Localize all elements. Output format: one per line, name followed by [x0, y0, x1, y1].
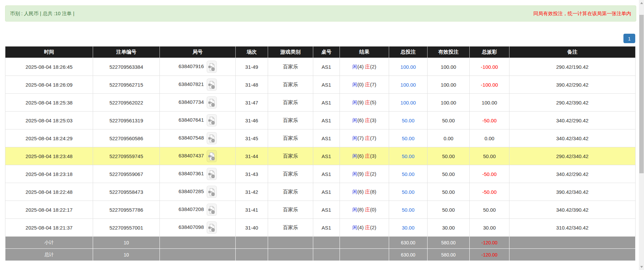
round-cell: 638407098	[160, 219, 236, 237]
round-cell: 638407208	[160, 201, 236, 219]
session-cell: 31-41	[236, 201, 268, 219]
video-replay-icon[interactable]	[207, 96, 217, 109]
video-replay-icon[interactable]	[207, 150, 217, 162]
total-bet-cell: 50.00	[389, 147, 428, 165]
round-id: 638407208	[178, 206, 204, 212]
round-id: 638407916	[178, 63, 204, 69]
total-bet-link[interactable]: 50.00	[402, 207, 415, 213]
result-cell: 闲(7) 庄(7)	[340, 129, 389, 147]
total-bet-cell: 100.00	[389, 58, 428, 76]
currency-summary-text: 币别 : 人民币 | 总共 :10 注单 |	[10, 10, 74, 17]
total-bet-link[interactable]: 100.00	[401, 100, 416, 106]
result-player-points: (0)	[357, 82, 363, 87]
summary-row: 小计 10 630.00 580.00 -120.00	[5, 237, 636, 249]
result-banker-points: (3)	[370, 153, 376, 159]
total-bet-link[interactable]: 100.00	[401, 64, 416, 70]
remark-cell: 340.42/290.42	[509, 165, 636, 183]
time-cell: 2025-08-04 18:26:09	[5, 76, 93, 94]
game-type-cell: 百家乐	[268, 58, 313, 76]
total-bet-cell: 100.00	[389, 94, 428, 112]
result-banker-points: (7)	[370, 82, 376, 87]
pagination: 1	[623, 34, 635, 43]
video-replay-icon[interactable]	[207, 186, 217, 198]
table-no-cell: AS1	[313, 76, 340, 94]
round-cell: 638407548	[160, 129, 236, 147]
vertical-scrollbar[interactable]	[639, 0, 644, 270]
result-player-label: 闲	[352, 64, 357, 69]
result-player-label: 闲	[352, 224, 357, 230]
result-banker-label: 庄	[365, 224, 370, 230]
scrollbar-up-arrow-icon[interactable]	[640, 2, 643, 4]
total-bet-link[interactable]: 50.00	[402, 189, 415, 195]
round-id: 638407821	[178, 81, 204, 87]
column-header: 总派彩	[470, 47, 509, 58]
bet-id-cell: 522709557786	[93, 201, 160, 219]
summary-payout-cell: -120.00	[470, 249, 509, 261]
result-player-points: (9)	[357, 171, 363, 177]
total-bet-cell: 50.00	[389, 183, 428, 201]
total-bet-link[interactable]: 30.00	[402, 225, 415, 231]
valid-bet-cell: 0.00	[428, 129, 470, 147]
table-no-cell: AS1	[313, 129, 340, 147]
result-player-points: (6)	[357, 117, 363, 123]
notice-bar: 币别 : 人民币 | 总共 :10 注单 | 同局有效投注，统一计算在该局第一张…	[5, 5, 636, 22]
result-banker-label: 庄	[365, 153, 370, 159]
game-type-cell: 百家乐	[268, 112, 313, 129]
time-cell: 2025-08-04 18:23:48	[5, 147, 93, 165]
video-replay-icon[interactable]	[207, 168, 217, 180]
result-cell: 闲(6) 庄(8)	[340, 183, 389, 201]
time-cell: 2025-08-04 18:26:45	[5, 58, 93, 76]
video-replay-icon[interactable]	[207, 79, 217, 91]
valid-bet-cell: 50.00	[428, 183, 470, 201]
time-cell: 2025-08-04 18:25:38	[5, 94, 93, 112]
time-cell: 2025-08-04 18:22:48	[5, 183, 93, 201]
round-cell: 638407916	[160, 58, 236, 76]
round-id: 638407548	[178, 135, 204, 141]
result-player-label: 闲	[352, 153, 357, 159]
time-cell: 2025-08-04 18:22:17	[5, 201, 93, 219]
payout-cell: -50.00	[470, 112, 509, 129]
video-replay-icon[interactable]	[207, 132, 217, 144]
remark-cell: 340.42/290.42	[509, 112, 636, 129]
remark-cell: 340.42/390.42	[509, 201, 636, 219]
pagination-page-1-button[interactable]: 1	[623, 34, 635, 43]
result-banker-points: (2)	[370, 224, 376, 230]
session-cell: 31-42	[236, 183, 268, 201]
round-id: 638407285	[178, 188, 204, 194]
total-bet-link[interactable]: 50.00	[402, 153, 415, 159]
table-row: 2025-08-04 18:23:18 522709559067 6384073…	[5, 165, 636, 183]
total-bet-link[interactable]: 50.00	[402, 118, 415, 123]
valid-bet-cell: 50.00	[428, 165, 470, 183]
video-replay-icon[interactable]	[207, 221, 217, 234]
summary-payout-cell: -120.00	[470, 237, 509, 249]
scrollbar-down-arrow-icon[interactable]	[640, 266, 643, 268]
video-replay-icon[interactable]	[207, 204, 217, 216]
total-bet-link[interactable]: 50.00	[402, 136, 415, 141]
summary-label-cell: 总计	[5, 249, 93, 261]
round-cell: 638407437	[160, 147, 236, 165]
result-cell: 闲(6) 庄(3)	[340, 147, 389, 165]
round-id: 638407437	[178, 153, 204, 158]
column-header: 结果	[340, 47, 389, 58]
video-replay-icon[interactable]	[207, 61, 217, 73]
remark-cell: 310.42/340.42	[509, 219, 636, 237]
video-replay-icon[interactable]	[207, 114, 217, 126]
table-no-cell: AS1	[313, 94, 340, 112]
payout-cell: -50.00	[470, 165, 509, 183]
round-id: 638407098	[178, 224, 204, 230]
total-bet-link[interactable]: 100.00	[401, 82, 416, 88]
game-type-cell: 百家乐	[268, 183, 313, 201]
column-header: 总投注	[389, 47, 428, 58]
round-cell: 638407285	[160, 183, 236, 201]
total-bet-cell: 50.00	[389, 129, 428, 147]
payout-cell: -50.00	[470, 183, 509, 201]
result-banker-label: 庄	[365, 82, 370, 87]
session-cell: 31-49	[236, 58, 268, 76]
scrollbar-thumb[interactable]	[639, 15, 644, 173]
valid-bet-cell: 50.00	[428, 147, 470, 165]
result-banker-label: 庄	[365, 171, 370, 177]
result-banker-label: 庄	[365, 99, 370, 105]
total-bet-link[interactable]: 50.00	[402, 171, 415, 177]
column-header: 注单编号	[93, 47, 160, 58]
payout-cell: 100.00	[470, 94, 509, 112]
